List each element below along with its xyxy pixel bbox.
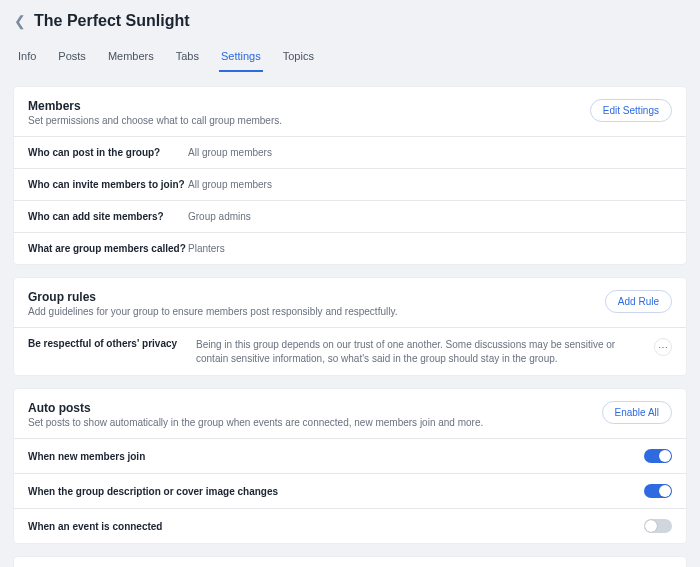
members-setting-row: Who can invite members to join?All group… [14, 168, 686, 200]
tab-posts[interactable]: Posts [58, 42, 86, 72]
tab-tabs[interactable]: Tabs [176, 42, 199, 72]
auto-posts-title: Auto posts [28, 401, 483, 415]
members-subtitle: Set permissions and choose what to call … [28, 115, 282, 126]
setting-value: All group members [188, 179, 272, 190]
members-setting-row: What are group members called?Planters [14, 232, 686, 264]
rule-row: Be respectful of others' privacyBeing in… [14, 327, 686, 375]
toggle-switch[interactable] [644, 484, 672, 498]
page-title: The Perfect Sunlight [34, 12, 190, 30]
edit-settings-button[interactable]: Edit Settings [590, 99, 672, 122]
tab-members[interactable]: Members [108, 42, 154, 72]
auto-post-row: When new members join [14, 438, 686, 473]
tab-settings[interactable]: Settings [221, 42, 261, 72]
auto-posts-card: Auto posts Set posts to show automatical… [14, 389, 686, 543]
tab-topics[interactable]: Topics [283, 42, 314, 72]
auto-posts-subtitle: Set posts to show automatically in the g… [28, 417, 483, 428]
membership-questions-card: Membership questions Find out more about… [14, 557, 686, 567]
auto-post-label: When the group description or cover imag… [28, 486, 278, 497]
auto-post-row: When the group description or cover imag… [14, 473, 686, 508]
group-rules-title: Group rules [28, 290, 397, 304]
back-icon[interactable]: ❮ [14, 13, 26, 29]
setting-label: What are group members called? [28, 243, 188, 254]
setting-label: Who can add site members? [28, 211, 188, 222]
more-icon[interactable]: ⋯ [654, 338, 672, 356]
tabs-bar: InfoPostsMembersTabsSettingsTopics [14, 36, 686, 73]
toggle-switch[interactable] [644, 519, 672, 533]
rule-body: Being in this group depends on our trust… [196, 338, 636, 365]
setting-value: All group members [188, 147, 272, 158]
group-rules-subtitle: Add guidelines for your group to ensure … [28, 306, 397, 317]
setting-label: Who can invite members to join? [28, 179, 188, 190]
members-setting-row: Who can add site members?Group admins [14, 200, 686, 232]
setting-value: Group admins [188, 211, 251, 222]
group-rules-card: Group rules Add guidelines for your grou… [14, 278, 686, 375]
members-title: Members [28, 99, 282, 113]
toggle-switch[interactable] [644, 449, 672, 463]
add-rule-button[interactable]: Add Rule [605, 290, 672, 313]
members-card: Members Set permissions and choose what … [14, 87, 686, 264]
auto-post-label: When an event is connected [28, 521, 162, 532]
members-setting-row: Who can post in the group?All group memb… [14, 136, 686, 168]
auto-post-label: When new members join [28, 451, 145, 462]
rule-title: Be respectful of others' privacy [28, 338, 178, 349]
tab-info[interactable]: Info [18, 42, 36, 72]
setting-label: Who can post in the group? [28, 147, 188, 158]
setting-value: Planters [188, 243, 225, 254]
enable-all-button[interactable]: Enable All [602, 401, 672, 424]
auto-post-row: When an event is connected [14, 508, 686, 543]
